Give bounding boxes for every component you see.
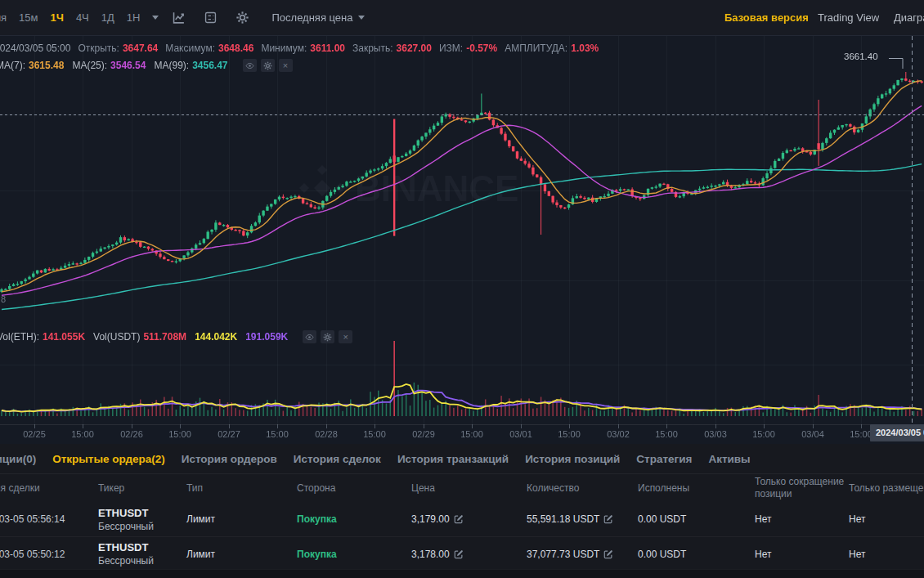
orders-tab-2[interactable]: История ордеров xyxy=(182,453,277,465)
edit-quantity-icon[interactable] xyxy=(603,549,613,559)
orders-header-8: Только размещение xyxy=(849,482,924,495)
ma_row-value-2: 3456.47 xyxy=(192,60,227,71)
ohlc-info-row: 2024/03/05 05:00Открыть:3647.64Максимум:… xyxy=(0,43,606,54)
orders-tab-1[interactable]: Открытые ордера(2) xyxy=(52,453,165,465)
eye-icon[interactable] xyxy=(303,330,316,343)
orders-header-3-label: Сторона xyxy=(297,482,335,494)
edit-quantity-icon[interactable] xyxy=(603,514,613,524)
price-mode-select[interactable]: Последняя цена xyxy=(271,11,365,24)
kline-style-icon[interactable] xyxy=(171,11,186,25)
timeframe-list: 15м1Ч4Ч1Д1Н xyxy=(19,11,140,24)
ma_row-item-0: MA(7):3615.48 xyxy=(0,60,64,71)
time-axis-tick: 15:00 xyxy=(363,429,386,439)
orders-tab-3[interactable]: История сделок xyxy=(294,453,381,465)
ma_row-value-1: 3546.54 xyxy=(110,60,146,71)
volume-indicator-buttons: × xyxy=(303,330,352,343)
timeframe-4Ч[interactable]: 4Ч xyxy=(76,11,89,24)
volume_row-item-1: Vol(USDT)511.708M xyxy=(93,331,186,343)
close-icon[interactable]: × xyxy=(279,59,293,72)
order-post-only: Нет xyxy=(849,513,865,525)
order-reduce-only: Нет xyxy=(755,513,771,525)
timeframe-1Д[interactable]: 1Д xyxy=(101,11,114,24)
volume_row-label-1: Vol(USDT) xyxy=(93,331,140,343)
order-type: Лимит xyxy=(186,513,215,525)
order-quantity: 37,077.73 USDT xyxy=(527,549,599,560)
indicators-icon[interactable] xyxy=(203,11,218,25)
orders-header-2-label: Тип xyxy=(186,482,203,494)
chart-area: 2024/03/05 05:00Открыть:3647.64Максимум:… xyxy=(0,36,924,444)
timeframe-dropdown-caret-icon[interactable] xyxy=(152,16,159,20)
time-axis-tick: 02/29 xyxy=(412,429,435,439)
order-post-only-cell: Нет xyxy=(849,549,924,560)
orders-header-5: Количество xyxy=(527,482,638,495)
ohlc-change-value: -0.57% xyxy=(466,43,497,54)
order-side: Покупка xyxy=(297,549,337,560)
time-axis-tick: 02/28 xyxy=(315,429,338,439)
price-mode-label: Последняя цена xyxy=(271,11,352,24)
orders-header-6: Исполнены xyxy=(638,482,755,495)
ma_row-item-1: MA(25):3546.54 xyxy=(72,60,146,71)
orders-header-0-label: Время сделки xyxy=(0,482,40,495)
timeframe-time[interactable]: Время xyxy=(0,11,7,24)
ohlc-amplitude-value: 1.03% xyxy=(571,43,599,54)
ma_row-label-2: MA(99): xyxy=(154,60,189,71)
time-axis-tick: 15:00 xyxy=(168,429,191,439)
chart-settings-gear-icon[interactable] xyxy=(235,11,249,25)
order-reduce-only-cell: Нет xyxy=(755,513,849,525)
ma-indicator-row: MA(7):3615.48MA(25):3546.54MA(99):3456.4… xyxy=(0,59,293,72)
orders-header-1-label: Тикер xyxy=(98,482,124,494)
order-ticker: ETHUSDT xyxy=(98,507,186,519)
order-filled: 0.00 USDT xyxy=(638,513,686,525)
orders-header-0: Время сделки xyxy=(0,482,98,495)
orders-header-8-label: Только размещение xyxy=(849,482,924,494)
orders-header-1: Тикер xyxy=(98,482,186,495)
order-time-cell: 2024-03-05 05:50:12 xyxy=(0,549,98,560)
timeframe-1Н[interactable]: 1Н xyxy=(127,11,141,24)
timeframe-15м[interactable]: 15м xyxy=(19,11,38,24)
close-icon[interactable]: × xyxy=(339,330,352,343)
ohlc-high-label: Максимум: xyxy=(165,43,215,54)
view-tab-tradingview[interactable]: Trading View xyxy=(818,0,879,35)
time-axis-tick: 15:00 xyxy=(460,429,483,439)
time-axis-tick: 15:00 xyxy=(558,429,581,439)
order-contract-type: Бессрочный xyxy=(98,555,186,567)
edit-price-icon[interactable] xyxy=(454,514,464,524)
orders-header-7: Только сокращение позиции xyxy=(755,476,849,500)
ma_row-value-0: 3615.48 xyxy=(29,60,64,71)
edit-price-icon[interactable] xyxy=(454,549,464,559)
gear-icon[interactable] xyxy=(261,59,275,72)
view-tab-depth-chart[interactable]: Диаграмма глубины xyxy=(894,0,924,35)
ohlc-open-label: Открыть: xyxy=(78,43,119,54)
orders-header-6-label: Исполнены xyxy=(638,482,689,494)
view-tab-basic-version[interactable]: Базовая версия xyxy=(724,0,809,35)
ohlc-high-value: 3648.46 xyxy=(218,43,253,54)
candlestick-chart-canvas[interactable] xyxy=(0,36,924,444)
order-time: 2024-03-05 05:50:12 xyxy=(0,549,65,560)
chart-toolbar: Время 15м1Ч4Ч1Д1Н xyxy=(0,0,924,36)
orders-tab-0[interactable]: Позиции(0) xyxy=(0,453,36,465)
orders-panel: Позиции(0)Открытые ордера(2)История орде… xyxy=(0,444,924,578)
ohlc-open: Открыть:3647.64 xyxy=(78,43,158,54)
orders-tab-7[interactable]: Активы xyxy=(708,453,750,465)
gear-icon[interactable] xyxy=(321,330,334,343)
orders-tab-6[interactable]: Стратегия xyxy=(636,453,692,465)
time-axis-tick: 03/04 xyxy=(801,429,824,439)
order-price-cell: 3,179.00 xyxy=(411,513,527,525)
orders-tab-5[interactable]: История позиций xyxy=(525,453,620,465)
order-ticker-cell: ETHUSDTБессрочный xyxy=(98,541,186,567)
order-filled-cell: 0.00 USDT xyxy=(638,549,755,560)
eye-icon[interactable] xyxy=(243,59,257,72)
time-axis-tick: 15:00 xyxy=(655,429,678,439)
orders-tab-4[interactable]: История транзакций xyxy=(397,453,509,465)
timeframe-1Ч[interactable]: 1Ч xyxy=(51,11,64,24)
ohlc-low-value: 3611.00 xyxy=(310,43,345,54)
order-time: 2024-03-05 05:56:14 xyxy=(0,513,65,525)
order-side: Покупка xyxy=(297,513,337,525)
time-axis-tick: 15:00 xyxy=(71,429,94,439)
order-quantity-cell: 37,077.73 USDT xyxy=(527,549,638,560)
period-high-price-label: 3661.40 xyxy=(844,52,878,61)
order-side-cell: Покупка xyxy=(297,513,411,525)
ohlc-close-value: 3627.00 xyxy=(397,43,432,54)
volume_row-value-3: 191.059K xyxy=(245,331,288,343)
ohlc-low-label: Минимум: xyxy=(261,43,307,54)
